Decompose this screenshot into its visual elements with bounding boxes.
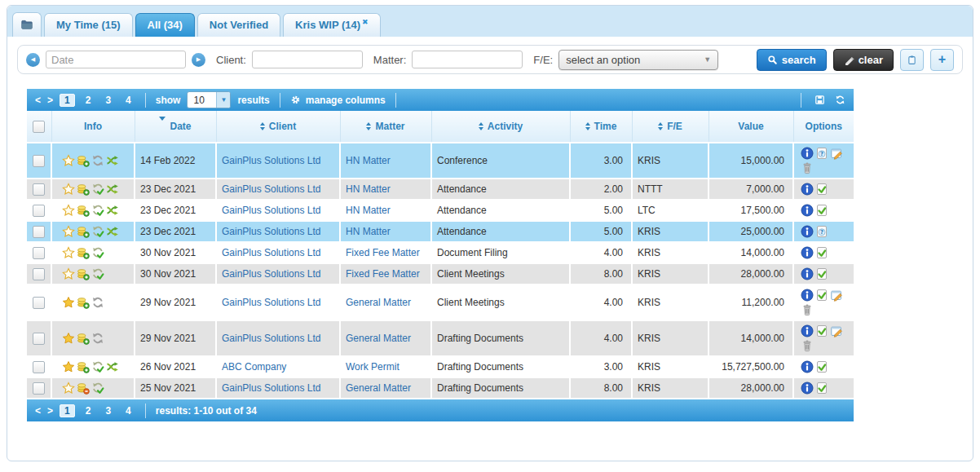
trash-icon[interactable]	[801, 303, 814, 316]
star-filled-icon[interactable]	[62, 360, 75, 373]
page-number-2[interactable]: 2	[82, 94, 95, 107]
star-outline-icon[interactable]	[62, 267, 75, 280]
star-outline-icon[interactable]	[62, 204, 75, 217]
star-filled-icon[interactable]	[62, 296, 75, 309]
row-checkbox[interactable]	[33, 205, 45, 217]
cell-matter[interactable]: Fixed Fee Matter	[340, 242, 431, 263]
page-number-1[interactable]: 1	[60, 404, 75, 417]
cell-matter[interactable]: General Matter	[340, 320, 431, 356]
date-input[interactable]	[46, 51, 186, 68]
tab-kris-wip[interactable]: Kris WIP (14)✖	[283, 13, 381, 37]
row-checkbox[interactable]	[33, 226, 45, 238]
cell-matter[interactable]: HN Matter	[340, 221, 431, 242]
row-checkbox[interactable]	[33, 333, 45, 345]
cell-matter[interactable]: HN Matter	[340, 200, 431, 221]
column-header-activity[interactable]: Activity	[431, 111, 570, 143]
info-icon[interactable]	[801, 267, 814, 280]
star-outline-icon[interactable]	[62, 154, 75, 167]
cell-client[interactable]: GainPlus Solutions Ltd	[216, 263, 340, 285]
info-icon[interactable]	[801, 183, 814, 196]
tab-folder[interactable]	[12, 12, 42, 37]
trash-icon[interactable]	[801, 161, 814, 174]
page-check-icon[interactable]	[815, 382, 828, 395]
column-header-client[interactable]: Client	[216, 111, 340, 143]
cell-client[interactable]: GainPlus Solutions Ltd	[216, 320, 340, 356]
star-filled-icon[interactable]	[62, 332, 75, 345]
page-number-3[interactable]: 3	[101, 94, 115, 107]
page-question-icon[interactable]	[815, 225, 828, 238]
info-icon[interactable]	[801, 225, 814, 238]
page-question-icon[interactable]	[815, 147, 828, 160]
row-checkbox[interactable]	[33, 382, 45, 395]
tab-not-verified[interactable]: Not Verified	[197, 13, 280, 37]
page-number-1[interactable]: 1	[60, 94, 75, 107]
column-header-date[interactable]: Date	[135, 111, 216, 143]
row-checkbox[interactable]	[33, 361, 45, 373]
prev-page-button[interactable]: <	[35, 95, 41, 106]
cell-client[interactable]: GainPlus Solutions Ltd	[216, 179, 340, 200]
info-icon[interactable]	[801, 382, 814, 395]
cell-matter[interactable]: HN Matter	[340, 179, 431, 200]
star-outline-icon[interactable]	[62, 246, 75, 259]
trash-icon[interactable]	[801, 339, 814, 352]
page-check-icon[interactable]	[815, 204, 828, 217]
prev-page-button[interactable]: <	[35, 405, 41, 417]
cell-matter[interactable]: General Matter	[340, 285, 431, 320]
fe-select[interactable]: select an option ▼	[558, 50, 718, 70]
select-all-checkbox[interactable]	[33, 121, 45, 133]
page-number-4[interactable]: 4	[121, 94, 135, 107]
save-icon[interactable]	[814, 95, 825, 105]
cell-matter[interactable]: HN Matter	[340, 143, 431, 179]
tab-all[interactable]: All (34)	[135, 13, 195, 37]
star-outline-icon[interactable]	[62, 382, 75, 395]
cell-client[interactable]: GainPlus Solutions Ltd	[216, 200, 340, 221]
info-icon[interactable]	[801, 246, 814, 259]
info-icon[interactable]	[801, 204, 814, 217]
row-checkbox[interactable]	[33, 247, 45, 259]
client-input[interactable]	[252, 51, 363, 68]
page-size-select[interactable]: 10 ▼	[187, 91, 231, 108]
matter-input[interactable]	[412, 51, 523, 68]
page-check-icon[interactable]	[815, 289, 828, 302]
edit-icon[interactable]	[830, 289, 843, 302]
next-date-button[interactable]: ▶	[192, 53, 205, 67]
add-entry-button[interactable]: +	[930, 49, 954, 71]
cell-matter[interactable]: Work Permit	[340, 356, 431, 377]
row-checkbox[interactable]	[33, 183, 45, 196]
next-page-button[interactable]: >	[47, 405, 53, 417]
info-icon[interactable]	[801, 360, 814, 373]
row-checkbox[interactable]	[33, 155, 45, 167]
page-check-icon[interactable]	[815, 246, 828, 259]
page-check-icon[interactable]	[815, 360, 828, 373]
page-number-3[interactable]: 3	[101, 404, 115, 417]
search-button[interactable]: search	[757, 49, 827, 71]
page-check-icon[interactable]	[815, 183, 828, 196]
page-number-4[interactable]: 4	[121, 404, 135, 417]
cell-matter[interactable]: General Matter	[340, 377, 431, 399]
cell-client[interactable]: GainPlus Solutions Ltd	[216, 143, 340, 179]
cell-client[interactable]: GainPlus Solutions Ltd	[216, 377, 340, 399]
tab-my-time[interactable]: My Time (15)	[44, 13, 133, 37]
cell-matter[interactable]: Fixed Fee Matter	[340, 263, 431, 285]
star-outline-icon[interactable]	[62, 225, 75, 238]
edit-icon[interactable]	[830, 324, 843, 337]
cell-client[interactable]: GainPlus Solutions Ltd	[216, 285, 340, 320]
info-icon[interactable]	[801, 147, 814, 160]
column-header-matter[interactable]: Matter	[340, 111, 431, 143]
edit-icon[interactable]	[830, 147, 843, 160]
copy-to-clipboard-button[interactable]	[900, 49, 924, 71]
close-tab-icon[interactable]: ✖	[362, 18, 369, 26]
row-checkbox[interactable]	[33, 268, 45, 280]
star-outline-icon[interactable]	[62, 183, 75, 196]
info-icon[interactable]	[801, 324, 814, 337]
clear-button[interactable]: clear	[833, 49, 894, 71]
column-header-f-e[interactable]: F/E	[632, 111, 709, 143]
page-check-icon[interactable]	[815, 267, 828, 280]
info-icon[interactable]	[801, 289, 814, 302]
cell-client[interactable]: GainPlus Solutions Ltd	[216, 221, 340, 242]
cell-client[interactable]: GainPlus Solutions Ltd	[216, 242, 340, 263]
page-check-icon[interactable]	[815, 324, 828, 337]
manage-columns-button[interactable]: manage columns	[290, 95, 386, 106]
column-header-time[interactable]: Time	[570, 111, 632, 143]
next-page-button[interactable]: >	[47, 95, 53, 106]
